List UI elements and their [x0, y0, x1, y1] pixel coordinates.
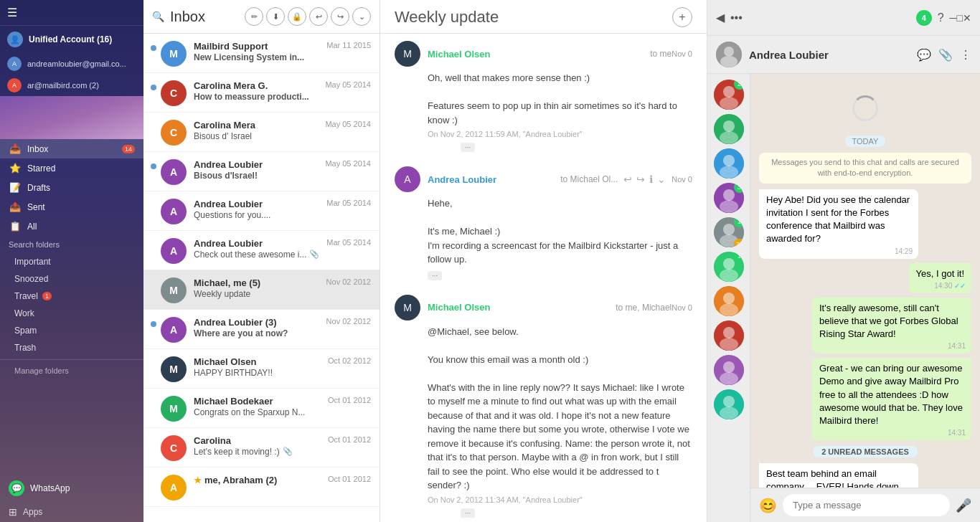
wa-loading-spinner [759, 95, 971, 121]
nav-item-sent[interactable]: 📤 Sent [0, 197, 143, 217]
email-date: Mar 05 2014 [326, 238, 371, 247]
sidebar-header: ☰ [0, 0, 143, 26]
email-subject: Where are you at now? [194, 328, 288, 338]
reply-btn[interactable]: ↩ [309, 7, 328, 26]
wa-contact-7[interactable] [714, 286, 744, 316]
wa-contact-8[interactable] [714, 321, 744, 351]
msg-from: Andrea Loubier [428, 174, 558, 185]
email-list-item-10[interactable]: M Michael Bodekaer Oct 01 2012 Congrats … [143, 389, 380, 428]
whatsapp-nav-item[interactable]: 💬 WhatsApp [0, 475, 143, 502]
wa-date-badge: TODAY [845, 136, 886, 147]
wa-help-btn[interactable]: ? [938, 11, 944, 24]
email-list-item-12[interactable]: A ★me, Abraham (2) Oct 01 2012 [143, 468, 380, 507]
email-subject: Congrats on the Sparxup N... [194, 407, 305, 417]
folder-work[interactable]: Work [0, 305, 143, 322]
wa-message-4: Great - we can bring our awesome Demo an… [759, 358, 971, 440]
wa-mic-btn[interactable]: 🎤 [956, 498, 971, 513]
download-btn[interactable]: ⬇ [266, 7, 285, 26]
email-list-item-7[interactable]: M Michael, me (5) Nov 02 2012 Weekly upd… [143, 270, 380, 310]
email-list-item-5[interactable]: A Andrea Loubier Mar 05 2014 Questions f… [143, 191, 380, 231]
show-more[interactable]: ··· [428, 507, 692, 518]
wa-close-btn[interactable]: ✕ [963, 12, 971, 24]
hamburger-icon[interactable]: ☰ [7, 6, 17, 19]
info-icon[interactable]: ℹ [649, 174, 653, 185]
nav-item-starred[interactable]: ⭐ Starred [0, 158, 143, 178]
folder-trash[interactable]: Trash [0, 339, 143, 356]
forward-btn[interactable]: ↪ [331, 7, 349, 26]
wa-chat-icon[interactable]: 💬 [917, 48, 931, 62]
folder-travel[interactable]: Travel 1 [0, 288, 143, 305]
wa-contact-avatar [716, 42, 742, 67]
whatsapp-panel: ◀ ••• 4 ? ─ □ ✕ Andrea Loubier 💬 📎 ⋮ 231… [707, 0, 980, 522]
wa-chat-area: TODAYMessages you send to this chat and … [750, 74, 980, 522]
email-toolbar: ✏ ⬇ 🔒 ↩ ↪ ⌄ [245, 7, 371, 26]
show-more[interactable]: ··· [428, 141, 692, 152]
add-to-thread-btn[interactable]: + [672, 7, 692, 27]
reply-icon[interactable]: ↩ [623, 174, 632, 185]
msg-quote: On Nov 2, 2012 11:34 AM, "Andrea Loubier… [395, 495, 692, 518]
wa-message-2: Yes, I got it!14:30 ✓✓ [759, 263, 971, 293]
search-icon[interactable]: 🔍 [152, 11, 164, 22]
wa-emoji-btn[interactable]: 😊 [759, 497, 777, 514]
wa-unread-badge: 1 [734, 252, 744, 262]
wa-more-icon[interactable]: ⋮ [960, 48, 971, 62]
inbox-icon: 📥 [9, 143, 22, 154]
wa-contact-3[interactable] [714, 148, 744, 179]
search-folders-label[interactable]: Search folders [0, 236, 143, 253]
nav-item-inbox[interactable]: 📥 Inbox 14 [0, 139, 143, 158]
wa-messages: TODAYMessages you send to this chat and … [750, 74, 980, 488]
email-list-item-9[interactable]: M Michael Olsen Oct 02 2012 HAPPY BIRTHD… [143, 349, 380, 389]
email-list-item-11[interactable]: C Carolina Oct 01 2012 Let's keep it mov… [143, 428, 380, 468]
svg-point-16 [723, 224, 735, 235]
email-list-item-2[interactable]: C Carolina Mera G. May 05 2014 How to me… [143, 73, 380, 113]
folder-important[interactable]: Important [0, 253, 143, 270]
svg-point-28 [723, 361, 735, 373]
wa-main: 231711 TODAYMessages you send to this ch… [707, 74, 980, 522]
wa-contact-1[interactable]: 2 [714, 80, 744, 110]
wa-maximize-btn[interactable]: □ [957, 12, 963, 24]
nav-item-drafts[interactable]: 📝 Drafts [0, 178, 143, 197]
archive-btn[interactable]: 🔒 [288, 7, 306, 26]
email-list-item-3[interactable]: C Carolina Mera May 05 2014 Bisous d' Is… [143, 113, 380, 152]
wa-back-btn[interactable]: ◀ [716, 11, 725, 24]
nav-label-inbox: Inbox [27, 144, 119, 154]
compose-btn[interactable]: ✏ [245, 7, 263, 26]
email-list-item-8[interactable]: A Andrea Loubier (3) Nov 02 2012 Where a… [143, 310, 380, 349]
wa-dots-btn[interactable]: ••• [730, 11, 743, 24]
wa-message-input[interactable] [783, 494, 950, 516]
folder-snoozed[interactable]: Snoozed [0, 270, 143, 288]
wa-contact-2[interactable] [714, 114, 744, 144]
email-list-item-6[interactable]: A Andrea Loubier Mar 05 2014 Check out t… [143, 231, 380, 270]
unified-account-row[interactable]: 👤 Unified Account (16) [0, 26, 143, 53]
forward-icon[interactable]: ↪ [636, 174, 645, 185]
email-subject: HAPPY BIRTHDAY!! [194, 368, 273, 378]
unread-dot [151, 400, 156, 406]
folder-spam[interactable]: Spam [0, 322, 143, 339]
email-avatar: A [161, 199, 187, 224]
wa-contact-6[interactable]: 1 [714, 252, 744, 282]
email-date: Nov 02 2012 [326, 317, 371, 326]
more-btn[interactable]: ⌄ [352, 7, 371, 26]
email-row-1[interactable]: A andreamloubier@gmail.co... [0, 53, 143, 75]
svg-point-19 [723, 258, 735, 270]
more-msg-icon[interactable]: ⌄ [657, 174, 666, 185]
apps-nav-item[interactable]: ⊞ Apps [0, 502, 143, 522]
email-avatar: M [161, 41, 187, 67]
email-list-item-4[interactable]: A Andrea Loubier May 05 2014 Bisous d'Is… [143, 152, 380, 191]
thread-message-1: M Michael Olsen to me Nov 0 Oh, well tha… [395, 41, 692, 152]
show-more[interactable]: ··· [395, 270, 692, 280]
email-row-2[interactable]: A ar@mailbird.com (2) [0, 75, 143, 96]
unified-account-label: Unified Account (16) [29, 34, 112, 44]
email-date: Oct 01 2012 [328, 435, 371, 444]
email-from: Mailbird Support [194, 41, 268, 52]
wa-minimize-btn[interactable]: ─ [950, 12, 957, 24]
nav-item-all[interactable]: 📋 All [0, 217, 143, 236]
manage-folders-link[interactable]: Manage folders [0, 363, 143, 379]
email-list-item-1[interactable]: M Mailbird Support Mar 11 2015 New Licen… [143, 34, 380, 73]
wa-attach-icon[interactable]: 📎 [938, 48, 953, 62]
wa-contact-5[interactable]: 171 [714, 217, 744, 247]
wa-contact-4[interactable]: 3 [714, 183, 744, 213]
wa-contact-9[interactable] [714, 355, 744, 385]
svg-point-13 [723, 189, 735, 201]
wa-contact-10[interactable] [714, 389, 744, 419]
